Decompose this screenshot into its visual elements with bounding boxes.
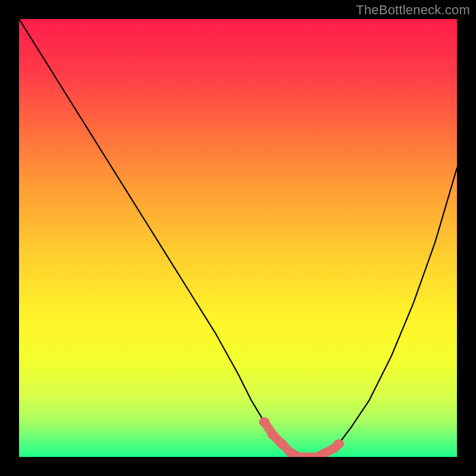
gradient-background <box>19 19 457 457</box>
highlight-marker <box>259 418 270 427</box>
plot-area <box>19 19 457 457</box>
highlight-marker <box>268 431 278 440</box>
chart-svg <box>19 19 457 457</box>
chart-frame: TheBottleneck.com <box>0 0 476 476</box>
watermark-text: TheBottleneck.com <box>356 2 470 18</box>
highlight-marker <box>333 439 344 448</box>
highlight-marker <box>277 439 287 448</box>
